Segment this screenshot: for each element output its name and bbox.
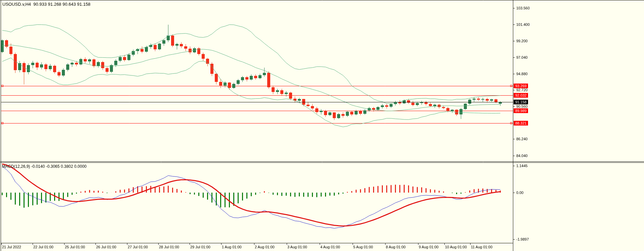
macd-indicator-label: MACD(12,26,9) -0.0140 -0.3065 0.3802 0.0… — [2, 164, 87, 169]
price-axis-label: 103.560 — [516, 6, 530, 10]
chart-window: USOUSD.v,H4 90.933 91.268 90.643 91.158 … — [0, 0, 644, 251]
price-level-tag: 88.321 — [514, 121, 528, 126]
price-axis-label: 84.040 — [516, 154, 528, 158]
date-label: 2 Aug 01:00 — [255, 245, 275, 249]
date-label: 4 Aug 01:00 — [320, 245, 340, 249]
price-axis-label: 101.400 — [516, 22, 530, 27]
date-label: 10 Aug 01:00 — [445, 245, 467, 249]
macd-axis-label: 0.00 — [516, 191, 523, 195]
price-axis-label: 99.200 — [516, 39, 528, 43]
macd-axis-label: -1.9897 — [516, 237, 529, 242]
date-label: 21 Jul 2022 — [2, 245, 21, 249]
date-label: 26 Jul 01:00 — [96, 245, 116, 249]
price-axis-label: 86.240 — [516, 137, 528, 141]
price-level-tag: 93.269 — [514, 84, 528, 88]
current-price-tag: 91.158 — [514, 100, 528, 104]
date-label: 28 Jul 01:00 — [159, 245, 179, 249]
date-label: 8 Aug 01:00 — [386, 245, 406, 249]
date-label: 11 Aug 01:00 — [471, 245, 492, 249]
date-label: 9 Aug 01:00 — [419, 245, 439, 249]
macd-axis-label: 1.1445 — [516, 164, 528, 168]
date-label: 29 Jul 01:00 — [190, 245, 210, 249]
chart-canvas[interactable] — [0, 0, 644, 251]
date-label: 25 Jul 01:00 — [65, 245, 85, 249]
price-axis-label: 92.720 — [516, 88, 528, 92]
date-label: 1 Aug 01:00 — [222, 245, 242, 249]
chart-title: USOUSD.v,H4 90.933 91.268 90.643 91.158 — [2, 2, 90, 7]
price-level-tag: 89.989 — [514, 108, 528, 113]
date-label: 5 Aug 01:00 — [353, 245, 373, 249]
date-label: 3 Aug 01:00 — [287, 245, 307, 249]
price-axis-label: 94.880 — [516, 72, 528, 76]
date-label: 27 Jul 01:00 — [128, 245, 148, 249]
price-axis-label: 97.040 — [516, 55, 528, 60]
price-level-tag: 92.032 — [514, 93, 528, 98]
date-label: 22 Jul 01:00 — [33, 245, 53, 249]
